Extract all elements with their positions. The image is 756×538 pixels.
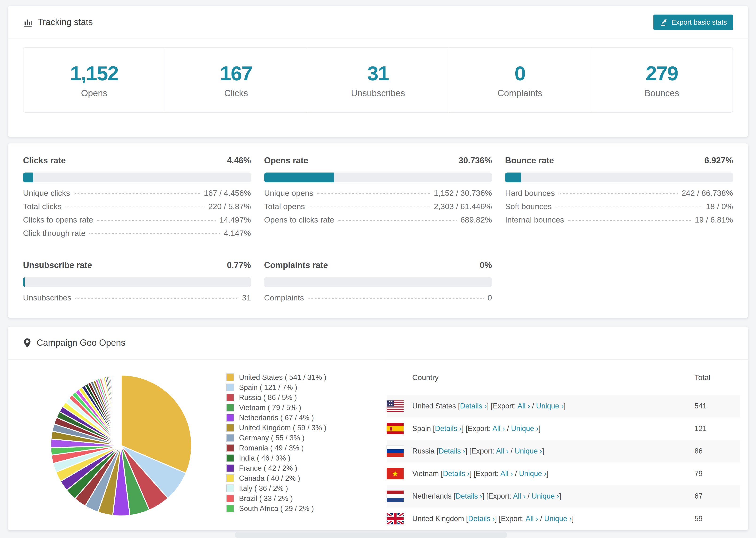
rate-detail-row: Total opens 2,303 / 61.446% bbox=[264, 202, 492, 215]
legend-swatch bbox=[226, 414, 234, 422]
geo-table: Country Total United States [Details ›] … bbox=[387, 360, 740, 530]
export-unique-link[interactable]: Unique › bbox=[536, 402, 564, 410]
export-unique-link[interactable]: Unique › bbox=[544, 514, 572, 523]
details-link[interactable]: Details › bbox=[456, 492, 482, 500]
rate-detail-label: Click through rate bbox=[23, 229, 85, 238]
progress-bar bbox=[23, 277, 251, 287]
rate-detail-label: Unsubscribes bbox=[23, 293, 71, 302]
export-unique-link[interactable]: Unique › bbox=[531, 492, 559, 500]
legend-item[interactable]: India ( 46 / 3% ) bbox=[226, 453, 326, 463]
tracking-stats-header: Tracking stats Export basic stats bbox=[8, 6, 748, 39]
rate-value: 0.77% bbox=[227, 260, 251, 270]
export-unique-link[interactable]: Unique › bbox=[519, 469, 546, 478]
dotted-leader bbox=[317, 193, 430, 194]
bar-chart-icon bbox=[23, 18, 32, 27]
rate-detail-value: 31 bbox=[242, 293, 251, 302]
flag-icon-nl bbox=[387, 491, 404, 502]
legend-swatch bbox=[226, 394, 234, 402]
legend-item[interactable]: South Africa ( 29 / 2% ) bbox=[226, 504, 326, 513]
column-header-total: Total bbox=[694, 373, 740, 382]
legend-item[interactable]: Germany ( 55 / 3% ) bbox=[226, 433, 326, 443]
legend-item[interactable]: Brazil ( 33 / 2% ) bbox=[226, 493, 326, 504]
export-all-link[interactable]: All › bbox=[492, 424, 505, 433]
legend-item[interactable]: Russia ( 86 / 5% ) bbox=[226, 393, 326, 403]
legend-swatch bbox=[226, 474, 234, 482]
total-value: 79 bbox=[694, 469, 740, 478]
rate-detail-value: 19 / 6.81% bbox=[695, 215, 733, 224]
details-link[interactable]: Details › bbox=[439, 447, 465, 455]
export-basic-stats-button[interactable]: Export basic stats bbox=[653, 15, 733, 30]
details-link[interactable]: Details › bbox=[435, 424, 462, 433]
export-all-link[interactable]: All › bbox=[526, 514, 538, 523]
map-pin-icon bbox=[23, 338, 31, 348]
country-name: Vietnam bbox=[412, 469, 439, 478]
stat-box-opens: 1,152 Opens bbox=[24, 48, 165, 112]
export-unique-link[interactable]: Unique › bbox=[514, 447, 542, 455]
details-link[interactable]: Details › bbox=[468, 514, 495, 523]
legend-item[interactable]: Vietnam ( 79 / 5% ) bbox=[226, 403, 326, 413]
rate-detail-label: Opens to clicks rate bbox=[264, 215, 334, 224]
stat-label: Complaints bbox=[498, 88, 542, 98]
rate-detail-row: Complaints 0 bbox=[264, 293, 492, 306]
stat-label: Bounces bbox=[644, 88, 679, 98]
rate-detail-label: Unique opens bbox=[264, 188, 313, 198]
stat-box-clicks: 167 Clicks bbox=[165, 48, 307, 112]
rate-detail-row: Soft bounces 18 / 0% bbox=[505, 202, 733, 215]
rate-detail-value: 0 bbox=[487, 293, 492, 302]
flag-icon-us bbox=[387, 401, 404, 412]
details-link[interactable]: Details › bbox=[443, 469, 469, 478]
progress-bar bbox=[264, 277, 492, 287]
legend-item[interactable]: Romania ( 49 / 3% ) bbox=[226, 443, 326, 453]
legend-label: Brazil ( 33 / 2% ) bbox=[239, 494, 293, 503]
rate-detail-value: 242 / 86.738% bbox=[681, 188, 733, 198]
legend-label: Italy ( 36 / 2% ) bbox=[239, 484, 288, 493]
legend-label: Spain ( 121 / 7% ) bbox=[239, 383, 297, 392]
flag-icon-es bbox=[387, 423, 404, 434]
export-all-link[interactable]: All › bbox=[500, 469, 513, 478]
rate-detail-label: Soft bounces bbox=[505, 202, 552, 211]
rate-block-unsubscribe-rate: Unsubscribe rate 0.77% Unsubscribes 31 bbox=[23, 260, 251, 306]
horizontal-scrollbar[interactable] bbox=[235, 532, 507, 538]
export-all-link[interactable]: All › bbox=[496, 447, 509, 455]
stat-value: 1,152 bbox=[70, 62, 118, 85]
legend-item[interactable]: France ( 42 / 2% ) bbox=[226, 463, 326, 473]
rate-detail-label: Clicks to opens rate bbox=[23, 215, 93, 224]
table-row-nl: Netherlands [Details ›] [Export: All › /… bbox=[387, 485, 740, 508]
column-header-country: Country bbox=[387, 373, 694, 382]
rate-title: Unsubscribe rate bbox=[23, 260, 92, 270]
legend-swatch bbox=[226, 464, 234, 472]
dotted-leader bbox=[568, 220, 691, 221]
legend-item[interactable]: Netherlands ( 67 / 4% ) bbox=[226, 413, 326, 423]
export-all-link[interactable]: All › bbox=[513, 492, 525, 500]
export-all-link[interactable]: All › bbox=[517, 402, 530, 410]
total-value: 541 bbox=[694, 402, 740, 410]
legend-swatch bbox=[226, 404, 234, 411]
legend-item[interactable]: Canada ( 40 / 2% ) bbox=[226, 473, 326, 483]
legend-item[interactable]: Spain ( 121 / 7% ) bbox=[226, 382, 326, 393]
export-unique-link[interactable]: Unique › bbox=[511, 424, 539, 433]
legend-label: Vietnam ( 79 / 5% ) bbox=[239, 404, 301, 412]
stat-box-unsubscribes: 31 Unsubscribes bbox=[307, 48, 449, 112]
legend-swatch bbox=[226, 434, 234, 442]
legend-item[interactable]: United Kingdom ( 59 / 3% ) bbox=[226, 423, 326, 433]
progress-bar bbox=[23, 173, 251, 183]
page: { "colors": { "accent": "#17879e", "link… bbox=[0, 0, 756, 538]
legend-swatch bbox=[226, 384, 234, 391]
legend-swatch bbox=[226, 495, 234, 502]
legend-item[interactable]: Italy ( 36 / 2% ) bbox=[226, 483, 326, 493]
pie-slice-other[interactable] bbox=[121, 375, 121, 446]
legend-item[interactable]: United States ( 541 / 31% ) bbox=[226, 372, 326, 382]
legend-label: India ( 46 / 3% ) bbox=[239, 454, 291, 462]
rate-detail-row: Click through rate 4.147% bbox=[23, 229, 251, 242]
legend-swatch bbox=[226, 373, 234, 381]
rate-title: Opens rate bbox=[264, 156, 308, 166]
progress-bar bbox=[505, 173, 733, 183]
stat-label: Clicks bbox=[224, 88, 248, 98]
details-link[interactable]: Details › bbox=[460, 402, 487, 410]
rate-detail-value: 2,303 / 61.446% bbox=[434, 202, 492, 211]
dotted-leader bbox=[74, 193, 200, 194]
total-value: 121 bbox=[694, 424, 740, 433]
dotted-leader bbox=[556, 207, 702, 207]
country-name: Netherlands bbox=[412, 492, 452, 500]
export-icon bbox=[660, 18, 668, 26]
